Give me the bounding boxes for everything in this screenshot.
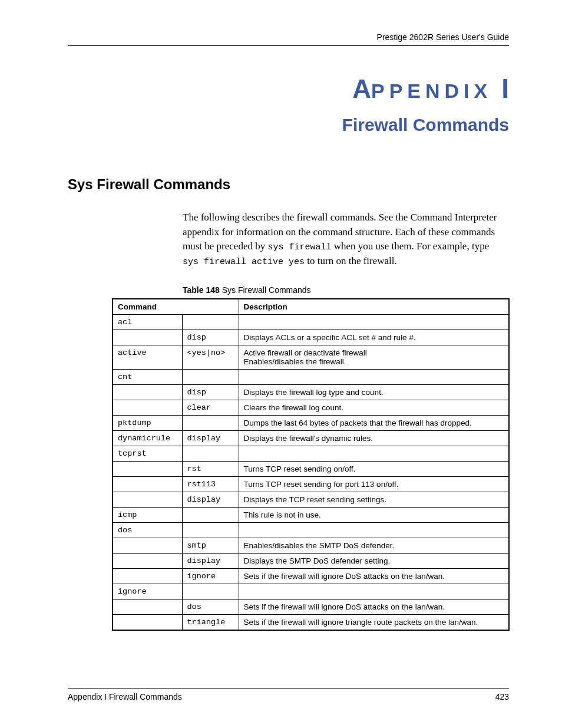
cmd-desc (239, 446, 509, 461)
cmd-desc (239, 522, 509, 538)
cmd-col1: tcprst (113, 446, 182, 461)
cmd-col1 (113, 492, 182, 507)
table-row: dynamicruledisplayDisplays the firewall'… (113, 430, 509, 446)
guide-title: Prestige 2602R Series User's Guide (377, 32, 509, 42)
cmd-col1 (113, 400, 182, 415)
cmd-col1: ignore (113, 584, 182, 599)
cmd-desc: Dumps the last 64 bytes of packets that … (239, 415, 509, 430)
cmd-col1 (113, 614, 182, 630)
table-row: smtpEnables/disables the SMTP DoS defend… (113, 538, 509, 553)
cmd-desc: Turns TCP reset sending on/off. (239, 461, 509, 476)
cmd-col1: active (113, 345, 182, 369)
cmd-col2: rst (182, 461, 239, 476)
cmd-desc: Turns TCP reset sending for port 113 on/… (239, 476, 509, 492)
section-heading: Sys Firewall Commands (68, 176, 509, 193)
cmd-col1 (113, 599, 182, 614)
table-row: dosSets if the firewall will ignore DoS … (113, 599, 509, 614)
appendix-rest: PPENDIX (371, 80, 492, 102)
cmd-col2: clear (182, 400, 239, 415)
table-row: ignoreSets if the firewall will ignore D… (113, 568, 509, 584)
table-row: clearClears the firewall log count. (113, 400, 509, 415)
cmd-desc: Displays the firewall log type and count… (239, 384, 509, 400)
cmd-col1 (113, 384, 182, 400)
cmd-desc: This rule is not in use. (239, 507, 509, 522)
appendix-letter: I (501, 73, 509, 104)
para-code2: sys firewall active yes (183, 257, 305, 267)
cmd-col2: dos (182, 599, 239, 614)
para-part3: to turn on the firewall. (305, 255, 397, 266)
cmd-desc (239, 584, 509, 599)
cmd-col2: triangle (182, 614, 239, 630)
cmd-col2: display (182, 492, 239, 507)
cmd-col2: ignore (182, 568, 239, 584)
cmd-desc: Sets if the firewall will ignore DoS att… (239, 568, 509, 584)
cmd-col2 (182, 584, 239, 599)
cmd-col2: display (182, 553, 239, 568)
table-row: pktdumpDumps the last 64 bytes of packet… (113, 415, 509, 430)
cmd-col2: smtp (182, 538, 239, 553)
cmd-desc: Sets if the firewall will ignore triangl… (239, 614, 509, 630)
cmd-col1: icmp (113, 507, 182, 522)
cmd-col2: disp (182, 384, 239, 400)
cmd-desc: Displays the firewall's dynamic rules. (239, 430, 509, 446)
cmd-col2 (182, 507, 239, 522)
appendix-big-a: A (352, 74, 371, 103)
table-header-row: Command Description (113, 299, 509, 315)
table-row: dispDisplays the firewall log type and c… (113, 384, 509, 400)
page: Prestige 2602R Series User's Guide APPEN… (0, 0, 562, 728)
table-row: dispDisplays ACLs or a specific ACL set … (113, 330, 509, 345)
cmd-col1 (113, 553, 182, 568)
cmd-col2 (182, 446, 239, 461)
table-row: acl (113, 314, 509, 330)
cmd-desc (239, 369, 509, 384)
cmd-col1: dos (113, 522, 182, 538)
cmd-col1: acl (113, 314, 182, 330)
cmd-desc: Sets if the firewall will ignore DoS att… (239, 599, 509, 614)
table-caption-bold: Table 148 (183, 285, 220, 295)
table-row: dos (113, 522, 509, 538)
appendix-title: APPENDIXI (68, 73, 509, 104)
table-caption-rest: Sys Firewall Commands (220, 285, 311, 295)
cmd-col1 (113, 538, 182, 553)
cmd-col2: display (182, 430, 239, 446)
table-row: active<yes|no>Active firewall or deactiv… (113, 345, 509, 369)
table-row: displayDisplays the SMTP DoS defender se… (113, 553, 509, 568)
appendix-word: APPENDIXI (352, 80, 509, 102)
cmd-col2: disp (182, 330, 239, 345)
appendix-subtitle: Firewall Commands (68, 115, 509, 135)
table-row: icmpThis rule is not in use. (113, 507, 509, 522)
cmd-desc (239, 314, 509, 330)
page-footer: Appendix I Firewall Commands 423 (68, 688, 509, 701)
cmd-desc: Displays the SMTP DoS defender setting. (239, 553, 509, 568)
cmd-desc: Clears the firewall log count. (239, 400, 509, 415)
cmd-desc: Displays the TCP reset sending settings. (239, 492, 509, 507)
footer-left: Appendix I Firewall Commands (68, 692, 182, 701)
table-row: cnt (113, 369, 509, 384)
th-description: Description (239, 299, 509, 315)
table-row: ignore (113, 584, 509, 599)
footer-right: 423 (495, 692, 509, 701)
cmd-desc: Active firewall or deactivate firewallEn… (239, 345, 509, 369)
table-row: displayDisplays the TCP reset sending se… (113, 492, 509, 507)
table-caption: Table 148 Sys Firewall Commands (183, 285, 509, 295)
cmd-col1: pktdump (113, 415, 182, 430)
para-code1: sys firewall (267, 242, 331, 252)
th-command: Command (113, 299, 239, 315)
table-row: triangleSets if the firewall will ignore… (113, 614, 509, 630)
commands-table: Command Description acldispDisplays ACLs… (112, 298, 510, 631)
cmd-col1 (113, 568, 182, 584)
cmd-col2 (182, 522, 239, 538)
cmd-col1: dynamicrule (113, 430, 182, 446)
intro-paragraph: The following describes the firewall com… (183, 210, 503, 269)
table-row: rstTurns TCP reset sending on/off. (113, 461, 509, 476)
cmd-desc: Enables/disables the SMTP DoS defender. (239, 538, 509, 553)
para-part2: when you use them. For example, type (331, 241, 489, 252)
table-row: rst113Turns TCP reset sending for port 1… (113, 476, 509, 492)
cmd-col2: <yes|no> (182, 345, 239, 369)
cmd-col1 (113, 330, 182, 345)
cmd-col2: rst113 (182, 476, 239, 492)
cmd-desc: Displays ACLs or a specific ACL set # an… (239, 330, 509, 345)
table-row: tcprst (113, 446, 509, 461)
cmd-col2 (182, 369, 239, 384)
cmd-col1 (113, 461, 182, 476)
